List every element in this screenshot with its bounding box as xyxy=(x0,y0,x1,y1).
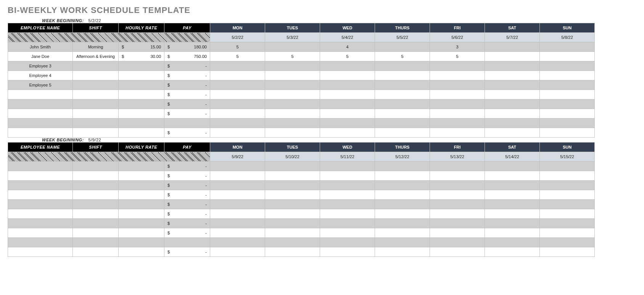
employee-cell[interactable]: Employee 4 xyxy=(8,71,73,80)
hours-cell[interactable] xyxy=(210,238,265,247)
hours-cell[interactable] xyxy=(375,200,430,209)
shift-cell[interactable] xyxy=(73,190,119,200)
hours-cell[interactable] xyxy=(540,162,595,171)
hours-cell[interactable] xyxy=(375,90,430,99)
hours-cell[interactable] xyxy=(265,209,320,219)
rate-cell[interactable] xyxy=(119,228,164,238)
hours-cell[interactable] xyxy=(485,162,540,171)
shift-cell[interactable] xyxy=(73,181,119,190)
hours-cell[interactable] xyxy=(485,119,540,128)
hours-cell[interactable] xyxy=(430,228,485,238)
shift-cell[interactable] xyxy=(73,71,119,80)
hours-cell[interactable] xyxy=(485,42,540,52)
hours-cell[interactable] xyxy=(210,119,265,128)
rate-cell[interactable] xyxy=(119,171,164,181)
rate-cell[interactable] xyxy=(119,209,164,219)
hours-cell[interactable] xyxy=(430,209,485,219)
hours-cell[interactable] xyxy=(540,61,595,71)
employee-cell[interactable] xyxy=(8,209,73,219)
hours-cell[interactable] xyxy=(430,90,485,99)
employee-cell[interactable]: Employee 3 xyxy=(8,61,73,71)
rate-cell[interactable] xyxy=(119,162,164,171)
hours-cell[interactable] xyxy=(485,200,540,209)
rate-cell[interactable]: $30.00 xyxy=(119,52,164,61)
hours-cell[interactable] xyxy=(210,219,265,228)
hours-cell[interactable]: 5 xyxy=(375,52,430,61)
hours-cell[interactable] xyxy=(540,209,595,219)
pay-cell[interactable]: $- xyxy=(164,171,210,181)
hours-cell[interactable] xyxy=(210,128,265,138)
shift-cell[interactable] xyxy=(73,90,119,99)
pay-cell[interactable]: $- xyxy=(164,247,210,257)
shift-cell[interactable] xyxy=(73,80,119,90)
shift-cell[interactable] xyxy=(73,109,119,119)
hours-cell[interactable] xyxy=(485,128,540,138)
hours-cell[interactable] xyxy=(375,219,430,228)
hours-cell[interactable] xyxy=(265,80,320,90)
hours-cell[interactable] xyxy=(540,219,595,228)
hours-cell[interactable] xyxy=(265,90,320,99)
shift-cell[interactable] xyxy=(73,247,119,257)
pay-cell[interactable]: $- xyxy=(164,109,210,119)
hours-cell[interactable] xyxy=(210,228,265,238)
employee-cell[interactable] xyxy=(8,90,73,99)
hours-cell[interactable] xyxy=(210,162,265,171)
employee-cell[interactable] xyxy=(8,228,73,238)
pay-cell[interactable]: $- xyxy=(164,190,210,200)
hours-cell[interactable] xyxy=(375,42,430,52)
pay-cell[interactable]: $- xyxy=(164,209,210,219)
pay-cell[interactable]: $- xyxy=(164,181,210,190)
hours-cell[interactable] xyxy=(210,71,265,80)
hours-cell[interactable] xyxy=(540,119,595,128)
hours-cell[interactable] xyxy=(430,238,485,247)
hours-cell[interactable] xyxy=(430,128,485,138)
rate-cell[interactable] xyxy=(119,247,164,257)
hours-cell[interactable] xyxy=(430,200,485,209)
hours-cell[interactable] xyxy=(265,200,320,209)
rate-cell[interactable] xyxy=(119,109,164,119)
hours-cell[interactable]: 5 xyxy=(265,52,320,61)
hours-cell[interactable] xyxy=(210,80,265,90)
hours-cell[interactable] xyxy=(485,52,540,61)
hours-cell[interactable] xyxy=(430,247,485,257)
employee-cell[interactable] xyxy=(8,119,73,128)
employee-cell[interactable] xyxy=(8,247,73,257)
hours-cell[interactable] xyxy=(320,190,375,200)
rate-cell[interactable] xyxy=(119,181,164,190)
hours-cell[interactable] xyxy=(320,61,375,71)
hours-cell[interactable] xyxy=(430,80,485,90)
pay-cell[interactable]: $- xyxy=(164,80,210,90)
hours-cell[interactable] xyxy=(210,200,265,209)
employee-cell[interactable] xyxy=(8,190,73,200)
hours-cell[interactable] xyxy=(320,119,375,128)
hours-cell[interactable] xyxy=(375,109,430,119)
hours-cell[interactable] xyxy=(210,209,265,219)
hours-cell[interactable] xyxy=(265,109,320,119)
hours-cell[interactable]: 5 xyxy=(210,42,265,52)
shift-cell[interactable] xyxy=(73,61,119,71)
hours-cell[interactable] xyxy=(430,190,485,200)
hours-cell[interactable] xyxy=(210,247,265,257)
hours-cell[interactable] xyxy=(540,42,595,52)
hours-cell[interactable] xyxy=(485,90,540,99)
hours-cell[interactable] xyxy=(485,61,540,71)
employee-cell[interactable]: Employee 5 xyxy=(8,80,73,90)
shift-cell[interactable]: Afternoon & Evening xyxy=(73,52,119,61)
hours-cell[interactable] xyxy=(265,238,320,247)
hours-cell[interactable] xyxy=(375,247,430,257)
pay-cell[interactable]: $- xyxy=(164,71,210,80)
hours-cell[interactable] xyxy=(540,128,595,138)
hours-cell[interactable] xyxy=(375,80,430,90)
rate-cell[interactable] xyxy=(119,99,164,109)
hours-cell[interactable] xyxy=(375,61,430,71)
rate-cell[interactable] xyxy=(119,80,164,90)
hours-cell[interactable] xyxy=(375,238,430,247)
rate-cell[interactable] xyxy=(119,219,164,228)
hours-cell[interactable] xyxy=(540,238,595,247)
shift-cell[interactable] xyxy=(73,119,119,128)
employee-cell[interactable] xyxy=(8,128,73,138)
pay-cell[interactable]: $- xyxy=(164,162,210,171)
hours-cell[interactable] xyxy=(265,99,320,109)
rate-cell[interactable] xyxy=(119,238,164,247)
pay-cell[interactable]: $- xyxy=(164,219,210,228)
